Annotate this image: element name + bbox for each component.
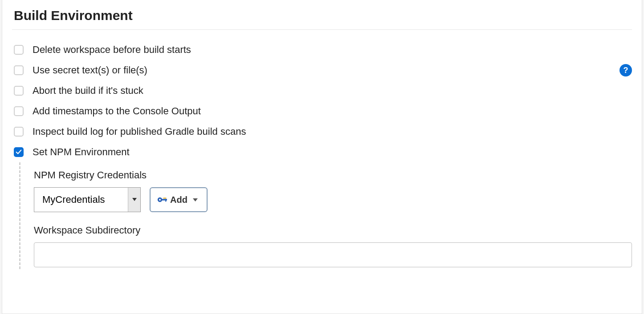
add-credentials-button[interactable]: Add [150,187,208,212]
npm-credentials-select[interactable]: MyCredentials [34,187,141,212]
workspace-subdir-input[interactable] [34,242,632,267]
npm-credentials-row: MyCredentials Add [34,187,632,212]
checkbox-label[interactable]: Add timestamps to the Console Output [33,105,201,117]
option-abort-stuck: Abort the build if it's stuck [12,81,632,101]
checkbox-label[interactable]: Delete workspace before build starts [33,44,191,56]
svg-rect-4 [163,197,167,199]
checkbox-inspect-gradle[interactable] [14,127,24,137]
option-use-secret: Use secret text(s) or file(s) ? [12,60,632,81]
option-add-timestamps: Add timestamps to the Console Output [12,101,632,121]
checkbox-add-timestamps[interactable] [14,106,24,116]
option-delete-workspace: Delete workspace before build starts [12,40,632,60]
add-button-label: Add [170,195,187,205]
checkbox-label[interactable]: Set NPM Environment [33,146,130,158]
help-icon[interactable]: ? [620,64,632,76]
key-icon [157,195,168,204]
select-dropdown-button[interactable] [128,188,140,212]
option-inspect-gradle: Inspect build log for published Gradle b… [12,121,632,142]
checkbox-delete-workspace[interactable] [14,45,24,55]
svg-point-1 [159,199,161,201]
add-button-caret [193,196,198,204]
npm-env-section: NPM Registry Credentials MyCredentials [19,162,632,269]
checkbox-label[interactable]: Abort the build if it's stuck [33,85,143,97]
checkbox-label[interactable]: Inspect build log for published Gradle b… [33,126,246,137]
checkbox-label[interactable]: Use secret text(s) or file(s) [33,64,147,76]
section-title: Build Environment [12,5,632,30]
workspace-subdir-label: Workspace Subdirectory [34,225,632,236]
checkbox-abort-stuck[interactable] [14,86,24,96]
option-set-npm-env: Set NPM Environment [12,142,632,162]
npm-credentials-value: MyCredentials [34,188,128,212]
chevron-down-icon [193,198,198,202]
npm-credentials-label: NPM Registry Credentials [34,169,632,181]
chevron-down-icon [132,198,137,201]
checkbox-use-secret[interactable] [14,65,24,75]
svg-rect-3 [165,199,167,201]
checkbox-set-npm-env[interactable] [14,147,24,157]
build-environment-panel: Build Environment Delete workspace befor… [2,0,642,314]
